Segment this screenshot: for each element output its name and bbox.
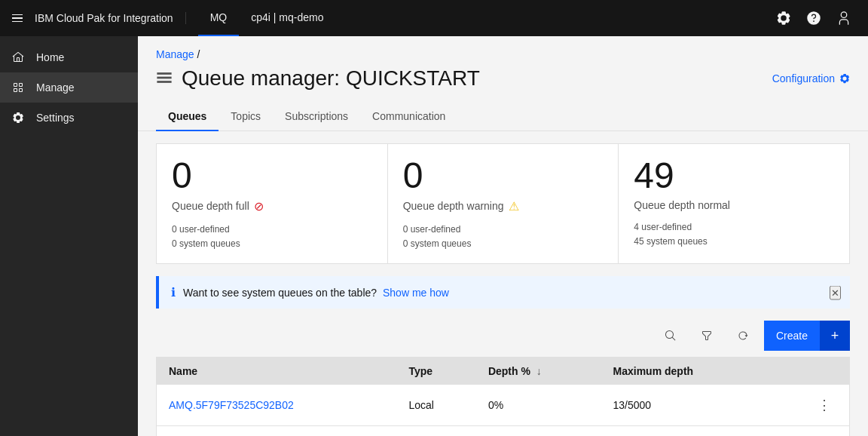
col-actions <box>769 358 849 385</box>
settings-icon[interactable] <box>772 6 796 30</box>
topnav-tab-cp4i[interactable]: cp4i | mq-demo <box>239 0 335 36</box>
cell-max-depth: 13/5000 <box>601 385 769 426</box>
stat-card-warning: 0 Queue depth warning ⚠ 0 user-defined 0… <box>387 143 619 264</box>
topnav-tabs: MQ cp4i | mq-demo <box>198 0 336 36</box>
tab-subscriptions[interactable]: Subscriptions <box>273 103 360 131</box>
create-button[interactable]: Create + <box>764 321 850 351</box>
settings-icon-sidebar <box>12 112 24 124</box>
col-name: Name <box>157 358 396 385</box>
toolbar: Create + <box>156 321 850 351</box>
show-me-how-link[interactable]: Show me how <box>383 287 449 299</box>
layout: Home Manage Settings Manage / <box>0 36 868 436</box>
queue-table: Name Type Depth % ↓ Maximum depth <box>156 357 850 436</box>
stat-full-label: Queue depth full ⊘ <box>172 199 372 213</box>
overflow-menu-button[interactable]: ⋮ <box>811 394 837 416</box>
table-body: AMQ.5F79F73525C92B02 Local 0% 13/5000 ⋮ … <box>157 385 849 436</box>
error-icon: ⊘ <box>254 199 264 213</box>
cell-depth: 0% <box>476 426 601 436</box>
cell-name: MQSINK <box>157 426 396 436</box>
sidebar-settings-label: Settings <box>36 112 75 124</box>
queue-manager-icon <box>156 69 173 88</box>
stat-warning-number: 0 <box>403 156 604 196</box>
stat-cards: 0 Queue depth full ⊘ 0 user-defined 0 sy… <box>156 143 850 264</box>
topnav: IBM Cloud Pak for Integration MQ cp4i | … <box>0 0 868 36</box>
tab-topics[interactable]: Topics <box>219 103 273 131</box>
content-area: 0 Queue depth full ⊘ 0 user-defined 0 sy… <box>138 131 868 436</box>
help-icon[interactable] <box>802 6 826 30</box>
hamburger-menu[interactable] <box>12 14 23 23</box>
refresh-icon[interactable] <box>728 321 758 351</box>
tabs: Queues Topics Subscriptions Communicatio… <box>138 103 868 131</box>
sidebar-item-home[interactable]: Home <box>0 42 138 72</box>
cell-name: AMQ.5F79F73525C92B02 <box>157 385 396 426</box>
col-depth[interactable]: Depth % ↓ <box>476 358 601 385</box>
col-type: Type <box>396 358 475 385</box>
sidebar-item-manage[interactable]: Manage <box>0 72 138 103</box>
filter-icon[interactable] <box>692 321 722 351</box>
tab-communication[interactable]: Communication <box>360 103 457 131</box>
cell-type: Local <box>396 426 475 436</box>
info-icon: ℹ <box>171 285 176 299</box>
col-max-depth: Maximum depth <box>601 358 769 385</box>
topnav-tab-mq[interactable]: MQ <box>198 0 240 36</box>
sidebar-manage-label: Manage <box>36 81 75 94</box>
main-content: Manage / Queue manager: QUICKSTART Confi… <box>138 36 868 436</box>
svg-rect-2 <box>157 81 171 83</box>
stat-normal-label: Queue depth normal <box>634 199 834 211</box>
cell-max-depth: 0/5000 <box>601 426 769 436</box>
sort-icon: ↓ <box>536 365 542 377</box>
sidebar-item-settings[interactable]: Settings <box>0 103 138 133</box>
breadcrumb: Manage / <box>138 36 868 66</box>
stat-card-full: 0 Queue depth full ⊘ 0 user-defined 0 sy… <box>156 143 387 264</box>
configuration-link[interactable]: Configuration <box>772 72 850 84</box>
stat-normal-number: 49 <box>634 156 834 196</box>
topnav-icons <box>772 6 856 30</box>
stat-card-normal: 49 Queue depth normal 4 user-defined 45 … <box>618 143 850 264</box>
user-icon[interactable] <box>832 6 856 30</box>
stat-full-sub: 0 user-defined 0 system queues <box>172 223 372 251</box>
warning-icon: ⚠ <box>509 199 519 213</box>
stat-full-number: 0 <box>172 156 372 196</box>
sidebar-home-label: Home <box>36 51 64 63</box>
cell-overflow: ⋮ <box>769 426 849 436</box>
nav-divider <box>185 12 186 24</box>
info-banner: ℹ Want to see system queues on the table… <box>156 276 850 309</box>
table: Name Type Depth % ↓ Maximum depth <box>157 358 849 436</box>
stat-warning-sub: 0 user-defined 0 system queues <box>403 223 604 251</box>
svg-rect-1 <box>157 76 171 78</box>
stat-normal-sub: 4 user-defined 45 system queues <box>634 220 834 249</box>
tab-queues[interactable]: Queues <box>156 103 219 131</box>
stat-warning-label: Queue depth warning ⚠ <box>403 199 604 213</box>
grid-icon <box>12 81 24 94</box>
home-icon <box>12 51 24 63</box>
cell-overflow: ⋮ <box>769 385 849 426</box>
table-row: MQSINK Local 0% 0/5000 ⋮ <box>157 426 849 436</box>
search-icon[interactable] <box>656 321 686 351</box>
sidebar: Home Manage Settings <box>0 36 138 436</box>
banner-close-button[interactable]: ✕ <box>830 285 841 299</box>
breadcrumb-manage[interactable]: Manage <box>156 48 194 60</box>
cell-type: Local <box>396 385 475 426</box>
cell-depth: 0% <box>476 385 601 426</box>
page-header: Queue manager: QUICKSTART Configuration <box>138 66 868 103</box>
page-title-row: Queue manager: QUICKSTART <box>156 66 480 91</box>
table-row: AMQ.5F79F73525C92B02 Local 0% 13/5000 ⋮ <box>157 385 849 426</box>
brand-label: IBM Cloud Pak for Integration <box>35 12 173 24</box>
table-header: Name Type Depth % ↓ Maximum depth <box>157 358 849 385</box>
svg-rect-0 <box>157 72 171 75</box>
queue-link-amq[interactable]: AMQ.5F79F73525C92B02 <box>169 399 294 411</box>
page-title: Queue manager: QUICKSTART <box>182 66 480 91</box>
